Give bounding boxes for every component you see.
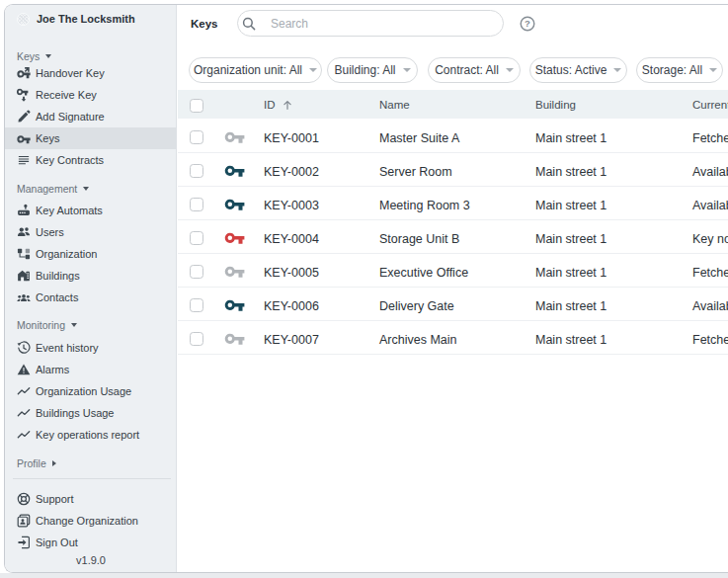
svg-text:?: ? xyxy=(525,18,530,29)
